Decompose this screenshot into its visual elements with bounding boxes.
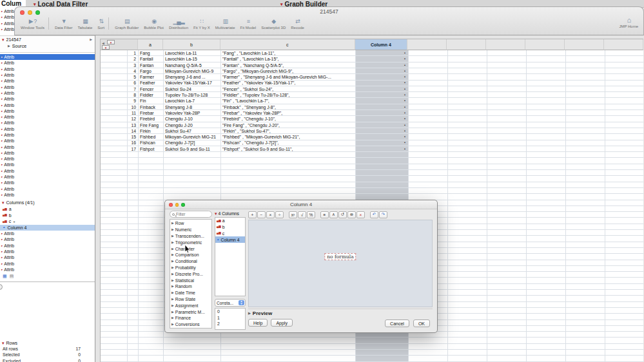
formula-op-button[interactable]: ↷ (379, 211, 387, 218)
row-number[interactable]: 9 (127, 98, 138, 104)
function-category-item[interactable]: ▶ Comparison (170, 252, 211, 258)
toolbar-button[interactable]: ▼ Data Filter (53, 17, 75, 30)
rows-panel-header[interactable]: ▾ Rows (0, 339, 95, 346)
row-state-cell[interactable] (101, 128, 127, 134)
function-category-item[interactable]: ▶ Trigonometric (170, 239, 211, 245)
cell-a[interactable]: Fang (138, 50, 163, 56)
cell-b[interactable]: Shenyang J-6 and ... (163, 74, 220, 80)
expand-icon[interactable]: ▶ (90, 37, 92, 41)
cell-c[interactable]: "Firebar" , "Yakovlev Yak-28P", (220, 110, 355, 116)
cell-c[interactable]: "Firkin" , "Sukhoi Su-47", (220, 128, 355, 134)
cell-c[interactable]: "Fang" , "Lavochkin La-11", (220, 50, 355, 56)
dialog-column-item[interactable]: ▄▆ c (215, 231, 245, 237)
formula-op-button[interactable]: % (307, 211, 315, 218)
disclosure-triangle-icon[interactable]: ▶ (171, 316, 174, 319)
red-triangle-icon[interactable]: ▾ (2, 200, 5, 205)
attribute-list-item[interactable]: ▸ Attrib (0, 72, 95, 78)
row-state-cell[interactable] (101, 110, 127, 116)
attribute-list-item[interactable]: ▸ Attrib (0, 54, 95, 60)
row-state-cell[interactable] (101, 62, 127, 68)
function-category-item[interactable]: ▶ Numeric (170, 227, 211, 233)
filter-input[interactable] (176, 212, 210, 216)
attribute-list-item[interactable]: ▸ Attrib (0, 138, 95, 144)
constants-dropdown[interactable]: Consta... ▲▼ (215, 299, 246, 307)
toolbar-button[interactable]: ▶ ? Window Tools (19, 17, 49, 30)
disclosure-triangle-icon[interactable]: ▶ (171, 260, 174, 263)
cell-b[interactable]: Lavochkin La-11 (163, 50, 220, 56)
cell-column4[interactable]: • (355, 74, 408, 80)
columns-menu-red-triangle[interactable]: ▾ (107, 40, 115, 44)
row-state-cell[interactable] (101, 134, 127, 140)
dialog-column-item[interactable]: ▄▆ b (215, 224, 245, 231)
cell-b[interactable]: Lavochkin La-15 (163, 56, 220, 62)
cell-b[interactable]: Tupolev Tu-28/Tu-128 (163, 92, 220, 98)
row-state-cell[interactable] (101, 74, 127, 80)
table-row[interactable]: 1 Fang Lavochkin La-11 "Fang" , "Lavochk… (101, 50, 643, 56)
dialog-button[interactable]: Help (248, 319, 268, 327)
attribute-list-item[interactable]: ▸ Attrib (0, 90, 95, 96)
attribute-list-item[interactable]: ▸ Attrib (0, 243, 95, 249)
cell-c[interactable]: "Feather" , "Yakovlev Yak-15/Yak-17", (220, 80, 355, 86)
function-category-item[interactable]: ▶ Statistical (170, 277, 211, 283)
function-category-item[interactable]: ▶ Character (170, 245, 211, 252)
table-row[interactable]: 5 Farmer Shenyang J-6 and ... "Farmer" ,… (101, 74, 643, 80)
zoom-button[interactable] (181, 203, 185, 207)
red-triangle-icon[interactable]: ▾ (2, 37, 5, 42)
attribute-list-item[interactable]: ▸ Attrib (0, 132, 95, 138)
cell-b[interactable]: Sukhoi Su-24 (163, 86, 220, 92)
row-number[interactable]: 13 (127, 122, 138, 128)
cell-a[interactable]: Fishpot (138, 146, 163, 152)
row-number[interactable]: 14 (127, 128, 138, 134)
dialog-button[interactable]: Apply (271, 319, 293, 327)
cell-column4[interactable]: • (355, 86, 408, 92)
cell-c[interactable]: "Fishcan" , "Chengdu J-7[2]", (220, 140, 355, 146)
table-row[interactable]: 15 Fishbed Mikoyan-Gurevich MiG-21 "Fish… (101, 134, 643, 140)
cell-b[interactable]: Chengdu J-20 (163, 122, 220, 128)
cell-column4[interactable]: • (355, 122, 408, 128)
filter-field[interactable] (170, 211, 212, 218)
row-number[interactable]: 7 (127, 86, 138, 92)
row-state-cell[interactable] (101, 140, 127, 146)
column-list-item[interactable]: ▄▆ a (0, 206, 95, 213)
attribute-list-item[interactable]: ▸ Attrib (0, 192, 95, 198)
row-number[interactable]: 3 (127, 62, 138, 68)
cell-c[interactable]: "Fantail" , "Lavochkin La-15", (220, 56, 355, 62)
function-category-item[interactable]: ▶ Conversions (170, 321, 211, 328)
rows-menu-red-triangle[interactable]: ▾ (102, 45, 110, 50)
attribute-list-item[interactable]: ▸ Attrib (0, 249, 95, 254)
toolbar-button[interactable]: ▦ Tabulate (76, 17, 95, 30)
toolbar-button[interactable]: ◉ Bubble Plot (142, 17, 166, 30)
disclosure-triangle-icon[interactable]: ▶ (171, 298, 174, 301)
row-number[interactable]: 17 (127, 146, 138, 152)
row-state-cell[interactable] (101, 104, 127, 110)
disclosure-triangle-icon[interactable]: ▶ (8, 44, 10, 48)
red-triangle-icon[interactable]: ▾ (215, 211, 217, 216)
row-state-cell[interactable] (101, 92, 127, 98)
attribute-list-item[interactable]: ▸ Attrib (0, 144, 95, 149)
attribute-list-item[interactable]: ▸ Attrib (0, 102, 95, 108)
cell-a[interactable]: Farmer (138, 74, 163, 80)
cell-column4[interactable]: • (355, 98, 408, 104)
attribute-list-item[interactable]: ▸ Attrib (0, 108, 95, 114)
constant-item[interactable]: 1 (215, 315, 245, 321)
row-state-cell[interactable] (101, 68, 127, 74)
formula-op-button[interactable]: − (257, 211, 266, 218)
tree-root-row[interactable]: ▾ 214547 ▶ (0, 36, 95, 43)
attribute-list-item[interactable]: ▸ Attrib (0, 168, 95, 174)
table-row[interactable]: 13 Fire Fang Chengdu J-20 "Fire Fang" , … (101, 122, 643, 128)
cell-column4[interactable]: • (355, 140, 408, 146)
disclosure-triangle-icon[interactable]: ▶ (171, 247, 174, 251)
row-state-cell[interactable] (101, 50, 127, 56)
disclosure-triangle-icon[interactable]: ▶ (171, 266, 174, 269)
attribute-list-item[interactable]: ▸ Attrib (0, 236, 95, 242)
formula-op-button[interactable]: ⊗ (347, 211, 356, 218)
cell-c[interactable]: "Fin" , "Lavochkin La-7", (220, 98, 355, 104)
disclosure-triangle-icon[interactable]: ▶ (171, 279, 174, 282)
formula-canvas[interactable]: no formula (248, 220, 433, 307)
dialog-column-item[interactable]: ▲ Column 4 (215, 236, 245, 243)
cell-column4[interactable]: • (355, 56, 408, 62)
cell-b[interactable]: Shenyang J-8 (163, 104, 220, 110)
cell-c[interactable]: "Fencer" , "Sukhoi Su-24", (220, 86, 355, 92)
cell-c[interactable]: "Fire Fang" , "Chengdu J-20", (220, 122, 355, 128)
disclosure-triangle-icon[interactable]: ▶ (171, 304, 174, 307)
